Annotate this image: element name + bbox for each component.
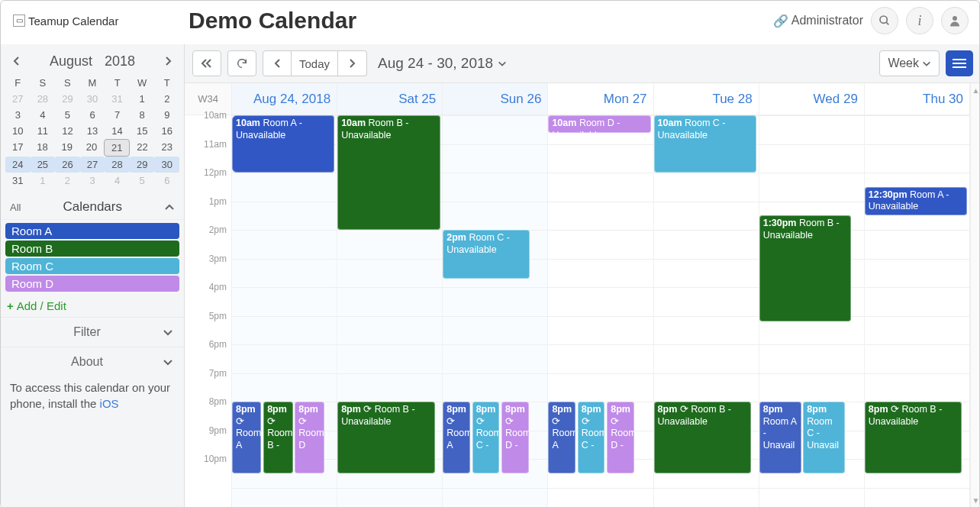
event[interactable]: 8pm ⟳ Room D - — [501, 402, 529, 473]
info-button[interactable]: i — [906, 7, 933, 34]
mini-day[interactable]: 7 — [105, 107, 130, 123]
mini-day[interactable]: 2 — [154, 91, 179, 107]
mini-day[interactable]: 2 — [55, 173, 80, 189]
day-column[interactable]: 10am Room C - Unavailable8pm ⟳ Room B - … — [654, 115, 759, 507]
mini-day[interactable]: 25 — [31, 157, 56, 173]
mini-day[interactable]: 6 — [80, 107, 105, 123]
scroll-up-icon[interactable]: ▲ — [972, 86, 980, 95]
mini-day[interactable]: 12 — [55, 123, 80, 139]
calendars-all[interactable]: All — [10, 202, 21, 213]
mini-day[interactable]: 1 — [31, 173, 56, 189]
event[interactable]: 8pm ⟳ Room D — [295, 402, 324, 473]
mini-day[interactable]: 28 — [31, 91, 56, 107]
event[interactable]: 8pm ⟳ Room B - — [263, 402, 292, 473]
today-button[interactable]: Today — [292, 50, 338, 76]
view-selector[interactable]: Week — [879, 50, 940, 76]
mini-day[interactable]: 3 — [80, 173, 105, 189]
day-header[interactable]: Sat 25 — [337, 83, 443, 115]
mini-day[interactable]: 20 — [79, 139, 104, 157]
scroll-down-icon[interactable]: ▼ — [972, 496, 980, 505]
event[interactable]: 8pm Room A - Unavail — [759, 402, 801, 473]
day-column[interactable]: 10am Room A - Unavailable8pm ⟳ Room A8pm… — [232, 115, 337, 507]
mini-day[interactable]: 9 — [154, 107, 179, 123]
event[interactable]: 8pm ⟳ Room A — [548, 402, 575, 473]
day-column[interactable]: 2pm Room C - Unavailable8pm ⟳ Room A8pm … — [443, 115, 548, 507]
scrollbar[interactable]: ▲ ▼ — [970, 83, 980, 507]
mini-calendar[interactable]: FSSMTWT272829303112345678910111213141516… — [1, 73, 184, 195]
event[interactable]: 8pm ⟳ Room B - Unavailable — [865, 402, 962, 473]
mini-day[interactable]: 15 — [130, 123, 155, 139]
mini-day[interactable]: 31 — [105, 91, 130, 107]
event[interactable]: 8pm ⟳ Room D - — [607, 402, 634, 473]
mini-day[interactable]: 30 — [154, 157, 179, 173]
mini-day[interactable]: 13 — [80, 123, 105, 139]
prev-button[interactable] — [263, 50, 292, 76]
event[interactable]: 1:30pm Room B - Unavailable — [759, 215, 852, 321]
event[interactable]: 10am Room B - Unavailable — [337, 115, 440, 230]
mini-day[interactable]: 24 — [5, 157, 31, 173]
event[interactable]: 8pm ⟳ Room C - — [472, 402, 500, 473]
calendar-chip[interactable]: Room B — [5, 241, 179, 257]
event[interactable]: 2pm Room C - Unavailable — [443, 230, 530, 279]
back-all-button[interactable] — [192, 50, 221, 76]
mini-day[interactable]: 27 — [80, 157, 105, 173]
date-range[interactable]: Aug 24 - 30, 2018 — [378, 55, 507, 72]
calendar-chip[interactable]: Room C — [5, 258, 179, 274]
about-section[interactable]: About — [1, 347, 184, 376]
mini-day[interactable]: 27 — [5, 91, 31, 107]
mini-day[interactable]: 5 — [130, 173, 155, 189]
day-column[interactable]: 12:30pm Room A - Unavailable8pm ⟳ Room B… — [865, 115, 970, 507]
day-header[interactable]: Tue 28 — [654, 83, 759, 115]
mini-day[interactable]: 21 — [104, 139, 130, 157]
day-header[interactable]: Aug 24, 2018 — [232, 83, 337, 115]
event[interactable]: 8pm ⟳ Room A — [232, 402, 261, 473]
event[interactable]: 8pm ⟳ Room A — [443, 402, 470, 473]
grid-body[interactable]: 10am Room A - Unavailable8pm ⟳ Room A8pm… — [232, 115, 970, 507]
day-header[interactable]: Wed 29 — [759, 83, 865, 115]
mini-next[interactable] — [160, 52, 178, 70]
calendar-chip[interactable]: Room D — [5, 276, 179, 292]
mini-day[interactable]: 1 — [130, 91, 155, 107]
day-column[interactable]: 10am Room D - Unavailable8pm ⟳ Room A8pm… — [548, 115, 653, 507]
mini-day[interactable]: 28 — [105, 157, 130, 173]
mini-day[interactable]: 17 — [5, 139, 30, 157]
event[interactable]: 10am Room A - Unavailable — [232, 115, 334, 173]
mini-day[interactable]: 29 — [130, 157, 155, 173]
mini-prev[interactable] — [7, 52, 25, 70]
day-header[interactable]: Sun 26 — [443, 83, 548, 115]
mini-day[interactable]: 16 — [154, 123, 179, 139]
menu-button[interactable] — [946, 50, 973, 76]
event[interactable]: 8pm ⟳ Room B - Unavailable — [654, 402, 752, 473]
mini-day[interactable]: 10 — [5, 123, 31, 139]
refresh-button[interactable] — [227, 50, 256, 76]
ios-link[interactable]: iOS — [100, 397, 119, 410]
next-button[interactable] — [338, 50, 367, 76]
mini-day[interactable]: 8 — [130, 107, 155, 123]
filter-section[interactable]: Filter — [1, 317, 184, 347]
mini-day[interactable]: 30 — [80, 91, 105, 107]
mini-day[interactable]: 3 — [5, 107, 31, 123]
day-header[interactable]: Mon 27 — [548, 83, 653, 115]
event[interactable]: 10am Room D - Unavailable — [548, 115, 650, 133]
event[interactable]: 8pm ⟳ Room C - — [578, 402, 605, 473]
mini-day[interactable]: 5 — [55, 107, 80, 123]
add-edit-button[interactable]: +Add / Edit — [1, 295, 184, 317]
day-header[interactable]: Thu 30 — [865, 83, 970, 115]
mini-day[interactable]: 4 — [105, 173, 130, 189]
event[interactable]: 10am Room C - Unavailable — [654, 115, 756, 173]
day-column[interactable]: 10am Room B - Unavailable8pm ⟳ Room B - … — [337, 115, 443, 507]
mini-day[interactable]: 19 — [55, 139, 79, 157]
calendar-chip[interactable]: Room A — [5, 223, 179, 239]
mini-day[interactable]: 22 — [130, 139, 154, 157]
mini-title[interactable]: August 2018 — [50, 53, 135, 69]
search-button[interactable] — [871, 7, 898, 34]
mini-day[interactable]: 26 — [55, 157, 80, 173]
mini-day[interactable]: 18 — [30, 139, 54, 157]
day-column[interactable]: 1:30pm Room B - Unavailable8pm Room A - … — [759, 115, 865, 507]
mini-day[interactable]: 6 — [154, 173, 179, 189]
mini-day[interactable]: 31 — [5, 173, 31, 189]
admin-link[interactable]: 🔗 Administrator — [773, 14, 863, 28]
event[interactable]: 8pm ⟳ Room B - Unavailable — [337, 402, 435, 473]
calendars-header[interactable]: All Calendars — [1, 195, 184, 220]
event[interactable]: 8pm Room C - Unavail — [803, 402, 845, 473]
